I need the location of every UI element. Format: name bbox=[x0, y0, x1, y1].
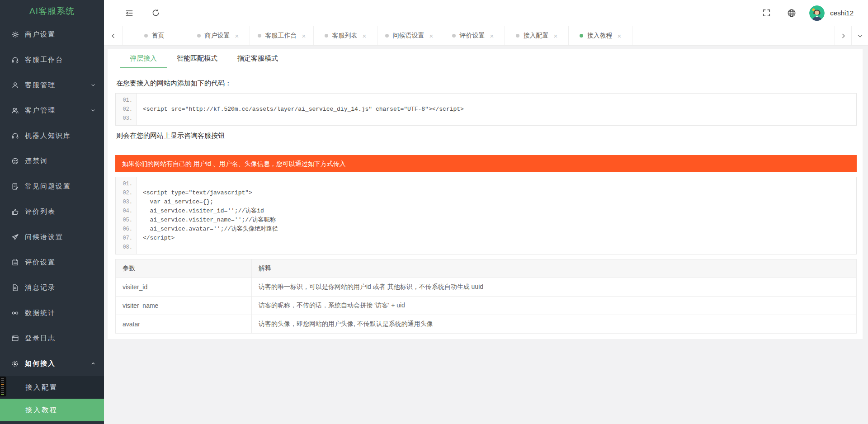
sidebar-item-label: 客户管理 bbox=[25, 106, 56, 115]
tab-home[interactable]: 首页 bbox=[123, 26, 186, 45]
tab-close-icon[interactable]: × bbox=[235, 33, 239, 39]
mini-scroll-widget[interactable] bbox=[0, 377, 6, 396]
code-text bbox=[137, 96, 143, 105]
tab-label: 接入教程 bbox=[587, 32, 613, 40]
tab-layer-integration[interactable]: 弹层接入 bbox=[120, 49, 167, 68]
tab-dot-icon bbox=[197, 34, 201, 38]
code-text bbox=[137, 114, 143, 123]
code-block-visitor-vars: 01. 02.<script type="text/javascript"> 0… bbox=[115, 177, 857, 254]
sidebar-item-faq-settings[interactable]: 常见问题设置 bbox=[0, 174, 104, 199]
sidebar-item-greeting-settings[interactable]: 问候语设置 bbox=[0, 224, 104, 250]
tab-dot-icon bbox=[385, 34, 389, 38]
sidebar-item-review-list[interactable]: 评价列表 bbox=[0, 199, 104, 224]
tab-close-icon[interactable]: × bbox=[302, 33, 306, 39]
tab-merchant-settings[interactable]: 商户设置 × bbox=[186, 26, 250, 45]
file-icon bbox=[11, 283, 19, 292]
line-number: 01. bbox=[116, 96, 137, 105]
fullscreen-icon[interactable] bbox=[761, 8, 771, 18]
tab-smart-match-mode[interactable]: 智能匹配模式 bbox=[167, 49, 227, 68]
menu-fold-icon[interactable] bbox=[124, 8, 134, 18]
tab-assigned-agent-mode[interactable]: 指定客服模式 bbox=[227, 49, 288, 68]
tab-close-icon[interactable]: × bbox=[490, 33, 494, 39]
tab-review-settings[interactable]: 评价设置 × bbox=[441, 26, 505, 45]
sidebar-item-label: 评价设置 bbox=[25, 258, 56, 267]
page-tabbar: 首页 商户设置 × 客服工作台 × 客服列表 × 问候语设置 × 评价设置 × bbox=[104, 26, 868, 46]
sidebar-item-review-settings[interactable]: 评价设置 bbox=[0, 250, 104, 275]
tab-dot-icon bbox=[516, 34, 519, 38]
sidebar-item-label: 消息记录 bbox=[25, 283, 56, 292]
sidebar-subitem-integration-config[interactable]: 接入配置 bbox=[0, 376, 104, 399]
tabs-scroll-left-button[interactable] bbox=[104, 26, 123, 45]
tab-integration-config[interactable]: 接入配置 × bbox=[505, 26, 569, 45]
content-card: 弹层接入 智能匹配模式 指定客服模式 在您要接入的网站内添加如下的代码： 01.… bbox=[108, 49, 863, 339]
topbar: ceshi12 bbox=[104, 0, 868, 26]
code-text: </script> bbox=[137, 234, 175, 243]
globe-icon[interactable] bbox=[787, 8, 797, 18]
line-number: 03. bbox=[116, 114, 137, 123]
line-number: 08. bbox=[116, 243, 137, 252]
code-text: <script src="http://kf.520m.cc/assets/la… bbox=[137, 105, 464, 114]
sidebar-subitem-label: 接入配置 bbox=[25, 383, 58, 392]
sidebar-item-banned-words[interactable]: 违禁词 bbox=[0, 148, 104, 174]
tab-dot-icon bbox=[144, 34, 148, 38]
table-row: avatar 访客的头像，即您网站的用户头像, 不传默认是系统的通用头像 bbox=[116, 315, 857, 334]
tab-close-icon[interactable]: × bbox=[363, 33, 367, 39]
sidebar-item-label: 客服管理 bbox=[25, 81, 56, 90]
sidebar-item-label: 数据统计 bbox=[25, 309, 56, 317]
params-table: 参数 解释 visiter_id 访客的唯一标识，可以是你网站的用户id 或者 … bbox=[115, 259, 857, 334]
tab-workbench[interactable]: 客服工作台 × bbox=[250, 26, 314, 45]
tab-greeting-settings[interactable]: 问候语设置 × bbox=[377, 26, 441, 45]
tab-dot-icon bbox=[258, 34, 261, 38]
code-text: ai_service.visiter_id='';//访客id bbox=[137, 207, 264, 216]
tab-agent-list[interactable]: 客服列表 × bbox=[314, 26, 377, 45]
code-text: ai_service.avatar='';//访客头像绝对路径 bbox=[137, 225, 278, 234]
sidebar-item-how-to-integrate[interactable]: 如何接入 bbox=[0, 351, 104, 376]
line-number: 05. bbox=[116, 216, 137, 225]
sidebar-subitem-integration-tutorial[interactable]: 接入教程 bbox=[0, 399, 104, 421]
sidebar-item-message-log[interactable]: 消息记录 bbox=[0, 275, 104, 300]
line-number: 02. bbox=[116, 188, 137, 198]
table-row: visiter_name 访客的昵称，不传的话，系统自动会拼接 '访客' + u… bbox=[116, 297, 857, 315]
column-header-desc: 解释 bbox=[252, 259, 857, 278]
cog-icon bbox=[11, 359, 19, 367]
username-label[interactable]: ceshi12 bbox=[830, 9, 854, 17]
tab-integration-tutorial[interactable]: 接入教程 × bbox=[569, 26, 632, 45]
code-text: <script type="text/javascript"> bbox=[137, 188, 252, 198]
tab-label: 接入配置 bbox=[524, 32, 549, 40]
window-icon bbox=[11, 334, 19, 342]
sidebar-item-login-log[interactable]: 登录日志 bbox=[0, 325, 104, 351]
tabs-scroll-right-button[interactable] bbox=[835, 26, 851, 45]
table-header-row: 参数 解释 bbox=[116, 259, 857, 278]
sidebar-item-customer-management[interactable]: 客户管理 bbox=[0, 98, 104, 123]
line-number: 06. bbox=[116, 225, 137, 234]
tab-close-icon[interactable]: × bbox=[618, 33, 622, 39]
sidebar-item-merchant-settings[interactable]: 商户设置 bbox=[0, 22, 104, 47]
line-number: 04. bbox=[116, 207, 137, 216]
tabs-menu-button[interactable] bbox=[851, 26, 868, 45]
param-cell: visiter_id bbox=[116, 278, 252, 297]
tab-close-icon[interactable]: × bbox=[429, 33, 434, 39]
chevron-up-icon bbox=[90, 361, 96, 366]
robot-icon bbox=[11, 132, 19, 140]
sidebar-item-robot-knowledge[interactable]: 机器人知识库 bbox=[0, 123, 104, 148]
column-header-param: 参数 bbox=[116, 259, 252, 278]
sidebar-item-agent-management[interactable]: 客服管理 bbox=[0, 72, 104, 98]
tab-dot-icon bbox=[325, 34, 328, 38]
desc-cell: 访客的昵称，不传的话，系统自动会拼接 '访客' + uid bbox=[252, 297, 857, 315]
user-avatar[interactable] bbox=[809, 5, 825, 21]
tab-close-icon[interactable]: × bbox=[554, 33, 558, 39]
tab-dot-icon bbox=[452, 34, 456, 38]
line-number: 03. bbox=[116, 198, 137, 207]
param-cell: avatar bbox=[116, 315, 252, 334]
refresh-icon[interactable] bbox=[151, 8, 160, 18]
table-row: visiter_id 访客的唯一标识，可以是你网站的用户id 或者 其他标识，不… bbox=[116, 278, 857, 297]
sidebar-item-workbench[interactable]: 客服工作台 bbox=[0, 47, 104, 72]
headset-icon bbox=[11, 56, 19, 64]
sidebar-item-label: 问候语设置 bbox=[25, 233, 63, 241]
sidebar-item-statistics[interactable]: 数据统计 bbox=[0, 300, 104, 325]
tab-label: 客服列表 bbox=[332, 32, 358, 40]
app-title: AI客服系统 bbox=[0, 0, 104, 22]
user-icon bbox=[11, 81, 19, 89]
line-number: 01. bbox=[116, 179, 137, 188]
gear-icon bbox=[11, 30, 19, 38]
